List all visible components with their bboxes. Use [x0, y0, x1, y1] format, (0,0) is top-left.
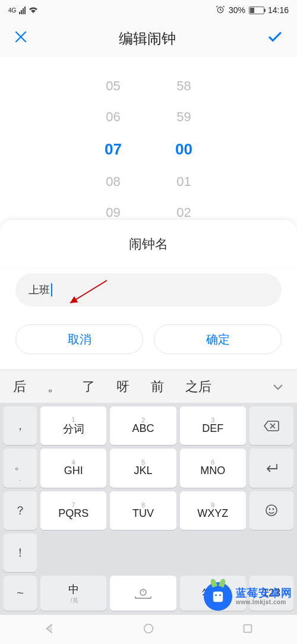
svg-point-8	[215, 594, 217, 596]
signal-icon	[19, 6, 26, 14]
ime-suggestion[interactable]: 了	[71, 378, 106, 396]
punct-key[interactable]: ！	[4, 533, 37, 572]
letter-key[interactable]: 1分词	[40, 406, 106, 445]
collapse-suggestions-icon[interactable]	[261, 379, 295, 394]
watermark-url: www.lmkjst.com	[236, 599, 292, 605]
letter-key[interactable]: 4GHI	[40, 449, 106, 487]
letter-key[interactable]: 8TUV	[110, 491, 176, 530]
minute-option[interactable]: 02	[176, 205, 191, 220]
space-key[interactable]	[110, 576, 176, 611]
cancel-button[interactable]: 取消	[15, 324, 143, 354]
close-button[interactable]	[13, 29, 29, 49]
minute-option[interactable]: 01	[176, 174, 191, 190]
dialog-title: 闹钟名	[0, 220, 297, 253]
hour-option[interactable]: 08	[106, 174, 120, 190]
alarm-name-dialog: 闹钟名 上班 取消 确定	[0, 220, 297, 267]
letter-key[interactable]: 3DEF	[180, 406, 246, 445]
back-button[interactable]	[43, 622, 56, 637]
svg-point-3	[269, 509, 270, 510]
battery-label: 30%	[229, 5, 245, 15]
watermark-logo	[204, 582, 232, 611]
hour-option[interactable]: 05	[106, 78, 120, 94]
ok-button[interactable]: 确定	[154, 324, 282, 354]
topbar: 编辑闹钟	[0, 20, 297, 57]
confirm-button[interactable]	[266, 28, 284, 50]
ime-suggestion-bar: 后。了呀前之后	[0, 370, 297, 403]
network-label: 4G	[8, 7, 16, 14]
watermark: 蓝莓安卓网 www.lmkjst.com	[204, 582, 292, 611]
hour-option[interactable]: 06	[106, 109, 120, 125]
ime-suggestion[interactable]: 。	[37, 378, 71, 396]
svg-rect-7	[244, 624, 251, 632]
minute-option[interactable]: 59	[176, 109, 191, 125]
clock-label: 14:16	[268, 5, 289, 15]
battery-icon	[249, 7, 264, 14]
enter-key[interactable]	[249, 449, 293, 487]
svg-point-2	[266, 505, 277, 516]
ime-suggestion[interactable]: 前	[140, 378, 175, 396]
minute-option[interactable]: 00	[175, 140, 192, 159]
alarm-icon	[216, 5, 225, 16]
emoji-key[interactable]	[249, 491, 293, 530]
hour-option[interactable]: 07	[105, 140, 122, 159]
wifi-icon	[29, 7, 38, 14]
letter-key[interactable]: 9WXYZ	[180, 491, 246, 530]
alarm-name-input[interactable]: 上班	[15, 273, 282, 307]
letter-key[interactable]: 6MNO	[180, 449, 246, 487]
watermark-title: 蓝莓安卓网	[236, 587, 292, 599]
text-cursor	[51, 283, 52, 296]
input-value: 上班	[29, 283, 50, 297]
punct-key[interactable]: ，	[4, 406, 37, 445]
ime-suggestion[interactable]: 后	[2, 378, 37, 396]
letter-key[interactable]: 5JKL	[110, 449, 176, 487]
letter-key[interactable]: 2ABC	[110, 406, 176, 445]
lang-toggle-key[interactable]: 中/英	[40, 576, 106, 611]
ime-suggestion[interactable]: 之后	[175, 378, 222, 396]
ime-suggestion[interactable]: 呀	[106, 378, 140, 396]
status-bar: 4G 30% 14:16	[0, 0, 297, 20]
backspace-key[interactable]	[249, 406, 293, 445]
hour-option[interactable]: 09	[106, 205, 120, 220]
letter-key[interactable]: 7PQRS	[40, 491, 106, 530]
page-title: 编辑闹钟	[119, 29, 176, 48]
punct-key[interactable]: ？	[4, 491, 37, 530]
svg-point-9	[219, 594, 221, 596]
minute-option[interactable]: 58	[176, 78, 191, 94]
punct-key[interactable]: ~	[4, 576, 37, 611]
home-button[interactable]	[142, 622, 155, 637]
svg-point-4	[273, 509, 273, 510]
punct-key[interactable]: 。-	[4, 449, 37, 487]
svg-point-6	[144, 624, 153, 633]
recents-button[interactable]	[241, 622, 254, 637]
system-nav-bar	[0, 614, 297, 644]
